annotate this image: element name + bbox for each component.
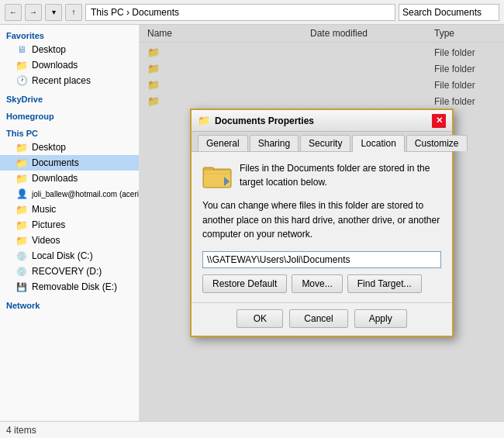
documents-properties-dialog: 📁 Documents Properties ✕ General Sharing…	[190, 109, 454, 337]
person-icon: 👤	[16, 188, 28, 200]
sidebar-item-label: Music	[32, 204, 56, 215]
sidebar-item-desktop[interactable]: 🖥 Desktop	[0, 42, 139, 57]
folder-icon: 📁	[16, 141, 28, 153]
sidebar-item-label: Recent places	[32, 75, 91, 86]
toolbar: ← → ▾ ↑ This PC › Documents	[0, 0, 504, 25]
status-text: 4 items	[6, 425, 36, 436]
tab-sharing[interactable]: Sharing	[250, 135, 299, 151]
sidebar-item-label: Removable Disk (E:)	[32, 281, 117, 292]
sidebar-item-label: Pictures	[32, 219, 65, 230]
tab-security[interactable]: Security	[300, 135, 350, 151]
modal-body: Files in the Documents folder are stored…	[192, 152, 452, 302]
drive-icon: 💿	[16, 250, 28, 262]
folder-icon: 📁	[16, 157, 28, 169]
sidebar-item-recent[interactable]: 🕐 Recent places	[0, 73, 139, 88]
folder-icon: 📁	[16, 172, 28, 185]
search-input[interactable]	[399, 4, 499, 21]
sidebar-item-label: Local Disk (C:)	[32, 250, 93, 261]
folder-icon: 📁	[16, 219, 28, 231]
path-input[interactable]	[202, 251, 441, 268]
back-button[interactable]: ←	[5, 4, 22, 21]
favorites-label[interactable]: Favorites	[0, 28, 139, 42]
sidebar-item-email[interactable]: 👤 joli_ballew@hotmail.com (aceri5)	[0, 186, 139, 202]
this-pc-label[interactable]: This PC	[0, 126, 139, 140]
modal-titlebar: 📁 Documents Properties ✕	[192, 110, 452, 132]
desktop-icon: 🖥	[16, 43, 28, 56]
sidebar-item-desktop2[interactable]: 📁 Desktop	[0, 140, 139, 155]
sidebar-item-music[interactable]: 📁 Music	[0, 202, 139, 217]
status-bar: 4 items	[0, 421, 504, 438]
modal-info-text: Files in the Documents folder are stored…	[240, 161, 441, 189]
network-group: Network	[0, 298, 139, 312]
sidebar-item-label: Downloads	[32, 173, 78, 184]
sidebar-item-downloads2[interactable]: 📁 Downloads	[0, 171, 139, 186]
restore-default-button[interactable]: Restore Default	[202, 274, 287, 293]
folder-icon: 📁	[16, 234, 28, 247]
apply-button[interactable]: Apply	[354, 309, 407, 328]
sidebar-item-label: Downloads	[32, 60, 78, 71]
modal-title: Documents Properties	[215, 116, 432, 126]
sidebar: Favorites 🖥 Desktop 📁 Downloads 🕐 Recent…	[0, 25, 140, 421]
find-target-button[interactable]: Find Target...	[347, 274, 422, 293]
sidebar-item-label: Videos	[32, 235, 60, 246]
favorites-group: Favorites 🖥 Desktop 📁 Downloads 🕐 Recent…	[0, 28, 139, 88]
modal-description: You can change where files in this folde…	[202, 198, 441, 242]
sidebar-item-label: joli_ballew@hotmail.com (aceri5)	[32, 190, 140, 198]
sidebar-item-local-disk[interactable]: 💿 Local Disk (C:)	[0, 248, 139, 264]
sidebar-item-pictures[interactable]: 📁 Pictures	[0, 217, 139, 233]
homegroup-label[interactable]: Homegroup	[0, 109, 139, 122]
dropdown-button[interactable]: ▾	[45, 4, 62, 21]
modal-big-folder-icon	[202, 161, 232, 191]
modal-info-row: Files in the Documents folder are stored…	[202, 161, 441, 191]
this-pc-group: This PC 📁 Desktop 📁 Documents 📁 Download…	[0, 126, 139, 295]
sidebar-item-label: Desktop	[32, 142, 66, 153]
breadcrumb-text: This PC › Documents	[91, 7, 179, 18]
sidebar-item-videos[interactable]: 📁 Videos	[0, 233, 139, 248]
tab-general[interactable]: General	[198, 135, 248, 151]
network-label[interactable]: Network	[0, 298, 139, 312]
sidebar-item-label: Desktop	[32, 44, 66, 55]
sidebar-item-removable[interactable]: 💾 Removable Disk (E:)	[0, 279, 139, 295]
content-area: Name Date modified Type 📁 File folder 📁 …	[140, 25, 504, 421]
skydrive-label[interactable]: SkyDrive	[0, 91, 139, 105]
move-button[interactable]: Move...	[292, 274, 342, 293]
homegroup-group: Homegroup	[0, 109, 139, 122]
folder-icon: 📁	[16, 203, 28, 216]
modal-footer: OK Cancel Apply	[192, 302, 452, 336]
folder-icon: 📁	[16, 59, 28, 71]
ok-button[interactable]: OK	[236, 309, 283, 328]
drive-icon: 💾	[16, 281, 28, 293]
skydrive-group: SkyDrive	[0, 91, 139, 105]
modal-folder-icon: 📁	[198, 115, 210, 127]
drive-icon: 💿	[16, 265, 28, 278]
main-area: Favorites 🖥 Desktop 📁 Downloads 🕐 Recent…	[0, 25, 504, 421]
recent-icon: 🕐	[16, 74, 28, 87]
sidebar-item-recovery[interactable]: 💿 RECOVERY (D:)	[0, 264, 139, 279]
sidebar-item-downloads[interactable]: 📁 Downloads	[0, 57, 139, 73]
sidebar-item-documents[interactable]: 📁 Documents	[0, 155, 139, 171]
tab-location[interactable]: Location	[352, 135, 404, 152]
forward-button[interactable]: →	[25, 4, 42, 21]
modal-overlay: 📁 Documents Properties ✕ General Sharing…	[140, 25, 504, 421]
modal-close-button[interactable]: ✕	[432, 114, 446, 128]
up-button[interactable]: ↑	[65, 4, 82, 21]
modal-action-buttons: Restore Default Move... Find Target...	[202, 274, 441, 293]
modal-tabs: General Sharing Security Location Custom…	[192, 132, 452, 152]
sidebar-item-label: RECOVERY (D:)	[32, 266, 102, 277]
sidebar-item-label: Documents	[32, 157, 79, 168]
cancel-button[interactable]: Cancel	[289, 309, 347, 328]
breadcrumb[interactable]: This PC › Documents	[85, 4, 395, 21]
tab-customize[interactable]: Customize	[406, 135, 468, 151]
